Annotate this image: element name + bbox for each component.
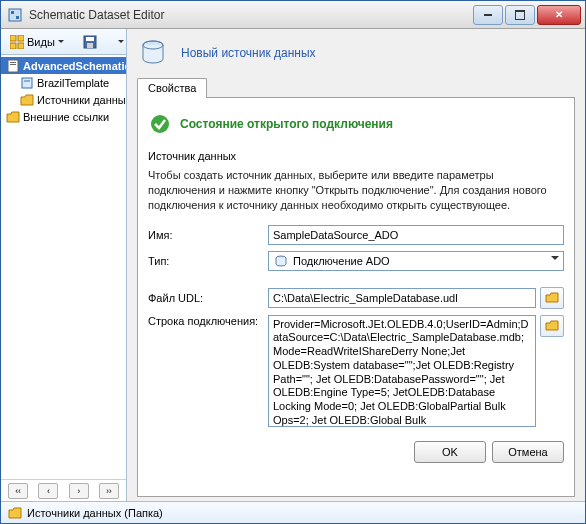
sidebar: Виды AdvancedSchematic [1,29,127,501]
svg-rect-6 [18,43,24,49]
type-combo[interactable]: Подключение ADO [268,251,564,271]
browse-udl-button[interactable] [540,287,564,309]
connstr-textarea[interactable]: Provider=Microsoft.JEt.OLEDB.4.0;UserID=… [268,315,536,427]
connection-status-text: Состояние открытого подключения [180,117,393,131]
nav-next-button[interactable]: › [69,483,89,499]
svg-rect-11 [10,62,16,63]
close-button[interactable] [537,5,581,25]
sidebar-toolbar: Виды [1,29,126,55]
type-value: Подключение ADO [293,255,390,267]
type-row: Тип: Подключение ADO [148,251,564,271]
chevron-down-icon [551,256,559,264]
save-button[interactable] [78,31,102,53]
tree-item-datasources[interactable]: Источники данных [1,91,126,108]
tree-item-label: Источники данных [37,94,126,106]
folder-open-icon [545,291,559,305]
minimize-button[interactable] [473,5,503,25]
svg-rect-12 [10,64,16,65]
svg-rect-13 [22,78,32,88]
content-header: Новый источник данных [137,37,575,69]
status-bar: Источники данных (Папка) [1,501,585,523]
svg-rect-9 [87,43,93,48]
maximize-button[interactable] [505,5,535,25]
status-bar-text: Источники данных (Папка) [27,507,163,519]
ok-button[interactable]: OK [414,441,486,463]
svg-rect-3 [10,35,16,41]
connstr-row: Строка подключения: Provider=Microsoft.J… [148,315,564,429]
datasource-large-icon [137,37,169,69]
title-bar: Schematic Dataset Editor [1,1,585,29]
content-pane: Новый источник данных Свойства Состояние… [127,29,585,501]
app-icon [7,7,23,23]
type-label: Тип: [148,255,268,267]
tab-strip: Свойства [137,77,575,98]
chevron-down-icon [118,38,125,45]
connstr-label: Строка подключения: [148,315,268,327]
success-check-icon [148,112,172,136]
cancel-button[interactable]: Отмена [492,441,564,463]
tree-item-label: Внешние ссылки [23,111,109,123]
main-split: Виды AdvancedSchematic [1,29,585,501]
tab-properties[interactable]: Свойства [137,78,207,98]
name-input[interactable] [268,225,564,245]
nav-first-button[interactable]: ‹‹ [8,483,28,499]
views-dropdown[interactable]: Виды [5,31,70,53]
udl-input[interactable] [268,288,536,308]
chevron-down-icon [58,38,65,45]
svg-rect-8 [86,37,94,41]
svg-point-17 [151,115,169,133]
nav-last-button[interactable]: ›› [99,483,119,499]
udl-row: Файл UDL: [148,287,564,309]
tree-item-template[interactable]: BrazilTemplate [1,74,126,91]
tree-item-label: BrazilTemplate [37,77,109,89]
document-icon [5,58,21,74]
new-datasource-link[interactable]: Новый источник данных [181,46,316,60]
name-label: Имя: [148,229,268,241]
template-icon [19,75,35,91]
dialog-buttons: OK Отмена [148,441,564,463]
nav-prev-button[interactable]: ‹ [38,483,58,499]
udl-label: Файл UDL: [148,292,268,304]
window-title: Schematic Dataset Editor [29,8,471,22]
folder-open-icon [545,319,559,333]
database-icon [273,253,289,269]
properties-panel: Состояние открытого подключения Источник… [137,98,575,497]
sidebar-nav: ‹‹ ‹ › ›› [1,479,126,501]
svg-rect-1 [11,11,14,14]
tree-item-external-links[interactable]: Внешние ссылки [1,108,126,125]
window-buttons [471,5,581,25]
name-row: Имя: [148,225,564,245]
folder-icon [19,92,35,108]
help-text: Чтобы создать источник данных, выберите … [148,168,564,213]
svg-rect-10 [8,60,18,72]
dataset-tree: AdvancedSchematic BrazilTemplate Источни… [1,55,126,479]
edit-connstr-button[interactable] [540,315,564,337]
tree-item-root[interactable]: AdvancedSchematic [1,57,126,74]
svg-rect-2 [16,16,19,19]
tree-item-label: AdvancedSchematic [23,60,126,72]
svg-rect-4 [18,35,24,41]
app-window: Schematic Dataset Editor Виды [0,0,586,524]
connection-status-row: Состояние открытого подключения [148,112,564,136]
svg-rect-0 [9,9,21,21]
svg-rect-5 [10,43,16,49]
folder-icon [7,505,23,521]
views-label: Виды [27,36,55,48]
folder-icon [5,109,21,125]
section-label: Источник данных [148,150,564,162]
